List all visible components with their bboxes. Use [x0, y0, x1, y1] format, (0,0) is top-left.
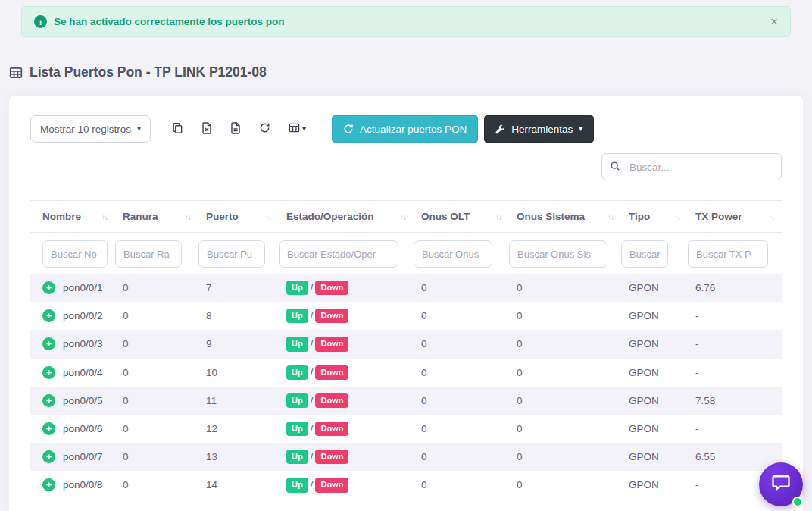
copy-button[interactable]: [167, 118, 188, 141]
tx-power-value: 6.76: [695, 282, 715, 293]
status-down-badge[interactable]: Down: [315, 365, 348, 380]
chevron-down-icon: ▾: [137, 125, 141, 133]
chat-bubble-icon: [770, 472, 792, 497]
column-header-nombre[interactable]: ↑↓Nombre: [30, 201, 115, 233]
puerto-value: 12: [206, 423, 217, 434]
onus-sistema-value: 0: [517, 395, 523, 406]
column-label: TX Power: [695, 211, 742, 222]
port-name[interactable]: pon0/0/6: [63, 423, 103, 434]
column-header-estado[interactable]: ↑↓Estado/Operación: [279, 201, 414, 233]
status-separator: /: [311, 309, 314, 321]
close-icon[interactable]: ×: [770, 15, 778, 28]
status-up-badge[interactable]: Up: [286, 478, 308, 492]
port-name[interactable]: pon0/0/8: [63, 479, 103, 491]
port-name[interactable]: pon0/0/2: [63, 310, 103, 321]
page-title: Lista Puertos Pon - TP LINK P1201-08: [30, 64, 267, 80]
tools-dropdown-button[interactable]: Herramientas ▾: [484, 115, 594, 143]
column-header-ranura[interactable]: ↑↓Ranura: [115, 201, 198, 233]
status-separator: /: [311, 281, 314, 293]
sort-icon[interactable]: ↑↓: [607, 213, 614, 221]
table-row: +pon0/0/8014Up/Down00GPON-: [30, 471, 782, 499]
sort-icon[interactable]: ↑↓: [674, 213, 680, 221]
records-label: Mostrar 10 registros: [40, 124, 131, 135]
search-icon: [610, 161, 620, 174]
status-down-badge[interactable]: Down: [315, 281, 348, 295]
column-header-onus_sistema[interactable]: ↑↓Onus Sistema: [509, 201, 621, 233]
port-name[interactable]: pon0/0/5: [63, 395, 103, 406]
sort-icon[interactable]: ↑↓: [102, 213, 108, 221]
status-up-badge[interactable]: Up: [286, 422, 308, 436]
filter-input-puerto[interactable]: [198, 240, 265, 268]
refresh-button[interactable]: [255, 118, 275, 140]
filter-input-estado[interactable]: [279, 240, 398, 268]
status-down-badge[interactable]: Down: [315, 337, 348, 351]
status-separator: /: [311, 422, 314, 434]
success-alert: i Se han activado correctamente los puer…: [21, 6, 791, 37]
expand-row-icon[interactable]: +: [42, 337, 55, 350]
onus-olt-value: 0: [421, 282, 427, 293]
port-name[interactable]: pon0/0/1: [63, 282, 103, 293]
expand-row-icon[interactable]: +: [42, 478, 55, 491]
copy-icon: [172, 122, 183, 136]
export-excel-button[interactable]: [197, 118, 217, 141]
status-up-badge[interactable]: Up: [286, 309, 308, 323]
filter-input-onus_sistema[interactable]: [509, 240, 607, 268]
content-card: Mostrar 10 registros ▾: [9, 96, 803, 511]
expand-row-icon[interactable]: +: [42, 450, 55, 463]
tipo-value: GPON: [629, 479, 659, 491]
expand-row-icon[interactable]: +: [42, 394, 55, 407]
column-header-tx_power[interactable]: ↑↓TX Power: [688, 201, 782, 233]
sort-icon[interactable]: ↑↓: [495, 213, 501, 221]
info-icon: i: [34, 15, 47, 28]
status-separator: /: [311, 478, 314, 490]
tx-power-value: -: [695, 423, 699, 434]
column-header-tipo[interactable]: ↑↓Tipo: [621, 201, 688, 233]
table-row: +pon0/0/6012Up/Down00GPON-: [30, 415, 782, 443]
tipo-value: GPON: [629, 451, 659, 462]
port-name[interactable]: pon0/0/3: [63, 338, 103, 350]
column-header-onus_olt[interactable]: ↑↓Onus OLT: [414, 201, 509, 233]
ranura-value: 0: [123, 310, 129, 321]
column-label: Estado/Operación: [286, 211, 374, 222]
status-up-badge[interactable]: Up: [286, 337, 308, 351]
status-up-badge[interactable]: Up: [286, 365, 308, 380]
filter-input-onus_olt[interactable]: [414, 240, 492, 268]
status-down-badge[interactable]: Down: [315, 309, 348, 323]
status-down-badge[interactable]: Down: [315, 422, 348, 436]
search-input[interactable]: [601, 153, 782, 180]
column-header-puerto[interactable]: ↑↓Puerto: [198, 201, 279, 233]
export-file-button[interactable]: [226, 118, 245, 141]
port-name[interactable]: pon0/0/7: [63, 451, 103, 462]
expand-row-icon[interactable]: +: [42, 309, 55, 322]
column-label: Ranura: [123, 211, 158, 222]
status-down-badge[interactable]: Down: [315, 393, 348, 408]
expand-row-icon[interactable]: +: [42, 422, 55, 435]
table-row: +pon0/0/309Up/Down00GPON-: [30, 330, 782, 358]
filter-input-nombre[interactable]: [42, 240, 108, 268]
sort-icon[interactable]: ↑↓: [768, 213, 774, 221]
column-visibility-button[interactable]: ▾: [284, 118, 311, 140]
status-down-badge[interactable]: Down: [315, 450, 348, 464]
chat-widget-button[interactable]: [759, 462, 803, 506]
tipo-value: GPON: [629, 310, 659, 321]
records-per-page-dropdown[interactable]: Mostrar 10 registros ▾: [30, 115, 151, 143]
port-name[interactable]: pon0/0/4: [63, 367, 103, 378]
sort-icon[interactable]: ↑↓: [265, 213, 271, 221]
status-up-badge[interactable]: Up: [286, 281, 308, 295]
status-down-badge[interactable]: Down: [315, 478, 348, 492]
onus-olt-value: 0: [421, 479, 427, 491]
status-up-badge[interactable]: Up: [286, 450, 308, 464]
filter-input-ranura[interactable]: [115, 240, 182, 268]
pon-ports-table: ↑↓Nombre↑↓Ranura↑↓Puerto↑↓Estado/Operaci…: [30, 200, 782, 500]
onus-olt-value: 0: [421, 395, 427, 406]
sort-icon[interactable]: ↑↓: [400, 213, 406, 221]
update-pon-ports-button[interactable]: Actualizar puertos PON: [332, 115, 478, 143]
status-up-badge[interactable]: Up: [286, 393, 308, 408]
expand-row-icon[interactable]: +: [42, 281, 55, 294]
filter-input-tx_power[interactable]: [688, 240, 768, 268]
search-row: [30, 153, 782, 180]
sort-icon[interactable]: ↑↓: [185, 213, 191, 221]
filter-input-tipo[interactable]: [621, 240, 668, 268]
onus-sistema-value: 0: [517, 338, 523, 350]
expand-row-icon[interactable]: +: [42, 366, 55, 379]
